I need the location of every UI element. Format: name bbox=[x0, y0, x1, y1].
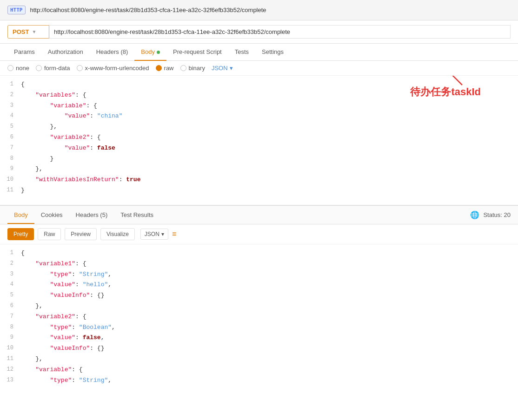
radio-label-none: none bbox=[16, 65, 29, 72]
code-line: 5 "valueInfo": {} bbox=[0, 290, 518, 301]
radio-circle-binary bbox=[180, 65, 186, 71]
code-line: 5 }, bbox=[0, 122, 518, 132]
http-badge: HTTP bbox=[7, 6, 26, 14]
status-area: 🌐 Status: 20 bbox=[470, 210, 511, 219]
radio-label-form-data: form-data bbox=[44, 65, 70, 72]
radio-urlencoded[interactable]: x-www-form-urlencoded bbox=[77, 65, 149, 72]
code-line: 3 "variable": { bbox=[0, 101, 518, 112]
tab-body[interactable]: Body bbox=[134, 44, 166, 61]
code-line: 8 "type": "Boolean", bbox=[0, 322, 518, 333]
code-line: 9 }, bbox=[0, 164, 518, 175]
code-line: 12 "variable": { bbox=[0, 365, 518, 375]
annotation-arrow-icon bbox=[416, 76, 472, 90]
tab-params[interactable]: Params bbox=[7, 44, 41, 61]
pretty-bar: Pretty Raw Preview Visualize JSON ▾ ≡ bbox=[0, 224, 518, 244]
tab-cookies[interactable]: Cookies bbox=[34, 207, 69, 224]
radio-circle-urlencoded bbox=[77, 65, 83, 71]
request-bar: POST ▼ bbox=[0, 20, 518, 44]
code-line: 8 } bbox=[0, 154, 518, 164]
url-input[interactable] bbox=[49, 25, 511, 39]
tab-body-response[interactable]: Body bbox=[7, 207, 34, 224]
code-line: 7 "value": false bbox=[0, 143, 518, 154]
code-line: 9 "value": false, bbox=[0, 333, 518, 343]
json-format-dropdown[interactable]: JSON ▾ bbox=[212, 65, 233, 72]
code-line: 13 "type": "String", bbox=[0, 375, 518, 386]
status-text: Status: 20 bbox=[483, 211, 511, 218]
title-url: http://localhost:8080/engine-rest/task/2… bbox=[30, 7, 266, 13]
chevron-down-icon: ▼ bbox=[32, 29, 36, 34]
code-line: 11 } bbox=[0, 185, 518, 196]
json-format-label: JSON bbox=[212, 65, 228, 72]
tab-authorization[interactable]: Authorization bbox=[41, 44, 90, 61]
response-tabs: Body Cookies Headers (5) Test Results 🌐 … bbox=[0, 206, 518, 224]
raw-button[interactable]: Raw bbox=[38, 228, 61, 240]
chevron-down-icon: ▾ bbox=[161, 231, 164, 237]
chevron-down-icon: ▾ bbox=[230, 65, 233, 72]
body-dot bbox=[157, 51, 160, 54]
globe-icon: 🌐 bbox=[470, 210, 479, 219]
radio-circle-form-data bbox=[36, 65, 42, 71]
code-line: 6 "variable2": { bbox=[0, 132, 518, 143]
radio-circle-raw bbox=[156, 65, 162, 71]
radio-label-binary: binary bbox=[189, 65, 205, 72]
code-line: 10 "withVariablesInReturn": true bbox=[0, 175, 518, 185]
radio-raw[interactable]: raw bbox=[156, 65, 174, 72]
radio-circle-none bbox=[7, 65, 13, 71]
svg-line-1 bbox=[425, 76, 462, 85]
tab-tests[interactable]: Tests bbox=[228, 44, 255, 61]
tab-headers[interactable]: Headers (8) bbox=[90, 44, 135, 61]
body-type-bar: none form-data x-www-form-urlencoded raw… bbox=[0, 61, 518, 76]
pretty-button[interactable]: Pretty bbox=[7, 228, 34, 240]
code-line: 6 }, bbox=[0, 301, 518, 312]
code-line: 3 "type": "String", bbox=[0, 269, 518, 280]
tab-headers-response[interactable]: Headers (5) bbox=[69, 207, 114, 224]
filter-icon[interactable]: ≡ bbox=[172, 230, 176, 238]
method-label: POST bbox=[13, 28, 29, 35]
request-tabs: Params Authorization Headers (8) Body Pr… bbox=[0, 44, 518, 61]
code-line: 11 }, bbox=[0, 354, 518, 365]
radio-none[interactable]: none bbox=[7, 65, 29, 72]
method-select[interactable]: POST ▼ bbox=[7, 25, 49, 39]
response-format-label: JSON bbox=[145, 231, 159, 237]
response-code-editor[interactable]: 1 { 2 "variable1": { 3 "type": "String",… bbox=[0, 244, 518, 389]
code-line: 4 "value": "china" bbox=[0, 111, 518, 122]
request-code-editor[interactable]: 1 { 2 "variables": { 3 "variable": { 4 "… bbox=[0, 76, 518, 206]
code-line: 7 "variable2": { bbox=[0, 312, 518, 322]
tab-test-results[interactable]: Test Results bbox=[114, 207, 160, 224]
radio-binary[interactable]: binary bbox=[180, 65, 205, 72]
annotation-container: 待办任务taskId bbox=[410, 85, 481, 99]
radio-form-data[interactable]: form-data bbox=[36, 65, 70, 72]
tab-settings[interactable]: Settings bbox=[255, 44, 290, 61]
tab-pre-request-script[interactable]: Pre-request Script bbox=[166, 44, 228, 61]
code-line: 4 "value": "hello", bbox=[0, 280, 518, 290]
code-line: 10 "valueInfo": {} bbox=[0, 343, 518, 354]
preview-button[interactable]: Preview bbox=[65, 228, 97, 240]
radio-label-raw: raw bbox=[164, 65, 174, 72]
visualize-button[interactable]: Visualize bbox=[100, 228, 135, 240]
response-format-dropdown[interactable]: JSON ▾ bbox=[140, 229, 168, 240]
title-bar: HTTP http://localhost:8080/engine-rest/t… bbox=[0, 0, 518, 20]
code-line: 2 "variable1": { bbox=[0, 259, 518, 269]
code-line: 1 { bbox=[0, 248, 518, 259]
radio-label-urlencoded: x-www-form-urlencoded bbox=[85, 65, 149, 72]
